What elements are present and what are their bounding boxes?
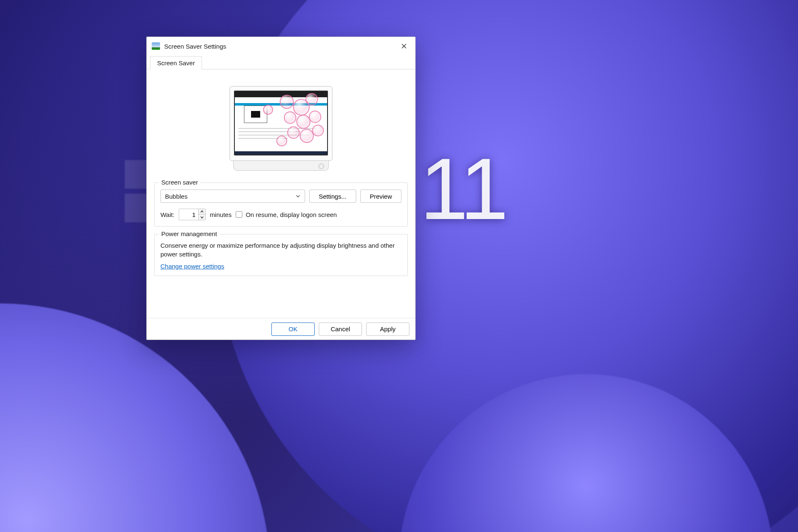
resume-logon-label: On resume, display logon screen	[246, 211, 337, 218]
wait-spin-up-button[interactable]	[199, 209, 205, 214]
wait-unit-label: minutes	[210, 211, 232, 218]
titlebar: Screen Saver Settings	[147, 37, 415, 55]
close-icon	[401, 44, 406, 49]
screensaver-dropdown-value: Bubbles	[165, 193, 187, 200]
screensaver-group: Screen saver Bubbles Settings... Preview…	[154, 182, 408, 227]
chevron-down-icon	[296, 194, 300, 199]
wait-input[interactable]	[179, 209, 198, 220]
caret-down-icon	[200, 216, 204, 219]
resume-logon-checkbox[interactable]: On resume, display logon screen	[236, 211, 337, 218]
power-management-description: Conserve energy or maximize performance …	[160, 241, 401, 259]
wait-spinner[interactable]	[179, 209, 206, 220]
panel: Screen saver Bubbles Settings... Preview…	[147, 69, 415, 318]
screensaver-dropdown[interactable]: Bubbles	[160, 190, 305, 203]
dialog-footer: OK Cancel Apply	[147, 318, 415, 340]
wait-spin-down-button[interactable]	[199, 214, 205, 220]
apply-button[interactable]: Apply	[366, 323, 409, 336]
wait-label: Wait:	[160, 211, 175, 218]
screensaver-legend: Screen saver	[159, 179, 200, 186]
screensaver-preview-button[interactable]: Preview	[360, 190, 401, 203]
screensaver-settings-button[interactable]: Settings...	[309, 190, 356, 203]
screen-saver-settings-dialog: Screen Saver Settings Screen Saver	[146, 37, 416, 340]
ok-button[interactable]: OK	[271, 323, 315, 336]
power-management-group: Power management Conserve energy or maxi…	[154, 234, 408, 276]
app-icon	[152, 42, 160, 50]
tabstrip: Screen Saver	[147, 55, 415, 69]
close-button[interactable]	[394, 39, 414, 53]
window-title: Screen Saver Settings	[164, 43, 226, 50]
tab-screen-saver[interactable]: Screen Saver	[150, 56, 202, 69]
change-power-settings-link[interactable]: Change power settings	[160, 263, 224, 270]
caret-up-icon	[200, 210, 204, 213]
power-management-legend: Power management	[159, 230, 219, 237]
checkbox-icon	[236, 211, 242, 218]
cancel-button[interactable]: Cancel	[319, 323, 362, 336]
os-version-label: 11	[420, 145, 500, 233]
preview-area	[154, 79, 408, 182]
preview-monitor-icon	[229, 86, 332, 172]
